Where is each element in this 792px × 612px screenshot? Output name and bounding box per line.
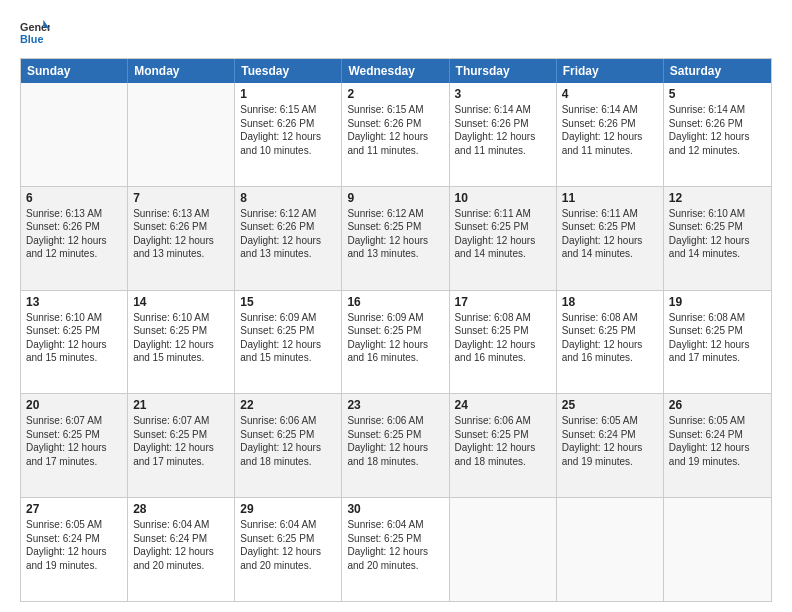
weekday-header: Sunday xyxy=(21,59,128,83)
calendar-day-cell: 4Sunrise: 6:14 AM Sunset: 6:26 PM Daylig… xyxy=(557,83,664,186)
day-info: Sunrise: 6:10 AM Sunset: 6:25 PM Dayligh… xyxy=(133,311,229,365)
day-number: 28 xyxy=(133,502,229,516)
day-number: 19 xyxy=(669,295,766,309)
day-info: Sunrise: 6:06 AM Sunset: 6:25 PM Dayligh… xyxy=(455,414,551,468)
day-number: 27 xyxy=(26,502,122,516)
day-number: 11 xyxy=(562,191,658,205)
day-number: 26 xyxy=(669,398,766,412)
day-info: Sunrise: 6:05 AM Sunset: 6:24 PM Dayligh… xyxy=(26,518,122,572)
day-info: Sunrise: 6:05 AM Sunset: 6:24 PM Dayligh… xyxy=(669,414,766,468)
day-number: 18 xyxy=(562,295,658,309)
day-info: Sunrise: 6:04 AM Sunset: 6:24 PM Dayligh… xyxy=(133,518,229,572)
weekday-header: Thursday xyxy=(450,59,557,83)
calendar-day-cell: 14Sunrise: 6:10 AM Sunset: 6:25 PM Dayli… xyxy=(128,291,235,394)
calendar-day-cell: 15Sunrise: 6:09 AM Sunset: 6:25 PM Dayli… xyxy=(235,291,342,394)
calendar-day-cell: 28Sunrise: 6:04 AM Sunset: 6:24 PM Dayli… xyxy=(128,498,235,601)
day-info: Sunrise: 6:09 AM Sunset: 6:25 PM Dayligh… xyxy=(240,311,336,365)
calendar-day-cell: 2Sunrise: 6:15 AM Sunset: 6:26 PM Daylig… xyxy=(342,83,449,186)
day-number: 1 xyxy=(240,87,336,101)
day-number: 22 xyxy=(240,398,336,412)
weekday-header: Friday xyxy=(557,59,664,83)
calendar-day-cell: 18Sunrise: 6:08 AM Sunset: 6:25 PM Dayli… xyxy=(557,291,664,394)
day-number: 9 xyxy=(347,191,443,205)
weekday-header: Saturday xyxy=(664,59,771,83)
day-number: 23 xyxy=(347,398,443,412)
day-info: Sunrise: 6:14 AM Sunset: 6:26 PM Dayligh… xyxy=(669,103,766,157)
calendar-day-cell: 22Sunrise: 6:06 AM Sunset: 6:25 PM Dayli… xyxy=(235,394,342,497)
day-number: 25 xyxy=(562,398,658,412)
calendar-day-cell: 6Sunrise: 6:13 AM Sunset: 6:26 PM Daylig… xyxy=(21,187,128,290)
day-number: 2 xyxy=(347,87,443,101)
calendar-day-cell: 24Sunrise: 6:06 AM Sunset: 6:25 PM Dayli… xyxy=(450,394,557,497)
day-number: 5 xyxy=(669,87,766,101)
calendar-day-cell: 27Sunrise: 6:05 AM Sunset: 6:24 PM Dayli… xyxy=(21,498,128,601)
day-info: Sunrise: 6:14 AM Sunset: 6:26 PM Dayligh… xyxy=(562,103,658,157)
day-number: 16 xyxy=(347,295,443,309)
empty-cell xyxy=(450,498,557,601)
day-info: Sunrise: 6:10 AM Sunset: 6:25 PM Dayligh… xyxy=(669,207,766,261)
empty-cell xyxy=(557,498,664,601)
day-info: Sunrise: 6:15 AM Sunset: 6:26 PM Dayligh… xyxy=(347,103,443,157)
calendar-row: 20Sunrise: 6:07 AM Sunset: 6:25 PM Dayli… xyxy=(21,393,771,497)
calendar-day-cell: 13Sunrise: 6:10 AM Sunset: 6:25 PM Dayli… xyxy=(21,291,128,394)
day-number: 6 xyxy=(26,191,122,205)
calendar-header: SundayMondayTuesdayWednesdayThursdayFrid… xyxy=(21,59,771,83)
day-info: Sunrise: 6:11 AM Sunset: 6:25 PM Dayligh… xyxy=(562,207,658,261)
calendar-day-cell: 5Sunrise: 6:14 AM Sunset: 6:26 PM Daylig… xyxy=(664,83,771,186)
day-number: 24 xyxy=(455,398,551,412)
day-info: Sunrise: 6:04 AM Sunset: 6:25 PM Dayligh… xyxy=(240,518,336,572)
day-number: 30 xyxy=(347,502,443,516)
calendar-day-cell: 30Sunrise: 6:04 AM Sunset: 6:25 PM Dayli… xyxy=(342,498,449,601)
calendar-day-cell: 21Sunrise: 6:07 AM Sunset: 6:25 PM Dayli… xyxy=(128,394,235,497)
calendar-day-cell: 26Sunrise: 6:05 AM Sunset: 6:24 PM Dayli… xyxy=(664,394,771,497)
day-info: Sunrise: 6:05 AM Sunset: 6:24 PM Dayligh… xyxy=(562,414,658,468)
calendar-row: 1Sunrise: 6:15 AM Sunset: 6:26 PM Daylig… xyxy=(21,83,771,186)
weekday-header: Tuesday xyxy=(235,59,342,83)
calendar-row: 6Sunrise: 6:13 AM Sunset: 6:26 PM Daylig… xyxy=(21,186,771,290)
empty-cell xyxy=(21,83,128,186)
day-number: 14 xyxy=(133,295,229,309)
day-info: Sunrise: 6:11 AM Sunset: 6:25 PM Dayligh… xyxy=(455,207,551,261)
day-info: Sunrise: 6:13 AM Sunset: 6:26 PM Dayligh… xyxy=(26,207,122,261)
day-info: Sunrise: 6:06 AM Sunset: 6:25 PM Dayligh… xyxy=(347,414,443,468)
day-info: Sunrise: 6:04 AM Sunset: 6:25 PM Dayligh… xyxy=(347,518,443,572)
calendar-day-cell: 16Sunrise: 6:09 AM Sunset: 6:25 PM Dayli… xyxy=(342,291,449,394)
calendar-day-cell: 29Sunrise: 6:04 AM Sunset: 6:25 PM Dayli… xyxy=(235,498,342,601)
day-info: Sunrise: 6:08 AM Sunset: 6:25 PM Dayligh… xyxy=(455,311,551,365)
day-number: 3 xyxy=(455,87,551,101)
calendar-day-cell: 9Sunrise: 6:12 AM Sunset: 6:25 PM Daylig… xyxy=(342,187,449,290)
calendar-day-cell: 11Sunrise: 6:11 AM Sunset: 6:25 PM Dayli… xyxy=(557,187,664,290)
calendar-day-cell: 3Sunrise: 6:14 AM Sunset: 6:26 PM Daylig… xyxy=(450,83,557,186)
day-info: Sunrise: 6:06 AM Sunset: 6:25 PM Dayligh… xyxy=(240,414,336,468)
weekday-header: Monday xyxy=(128,59,235,83)
calendar-row: 13Sunrise: 6:10 AM Sunset: 6:25 PM Dayli… xyxy=(21,290,771,394)
calendar-body: 1Sunrise: 6:15 AM Sunset: 6:26 PM Daylig… xyxy=(21,83,771,601)
calendar: SundayMondayTuesdayWednesdayThursdayFrid… xyxy=(20,58,772,602)
day-number: 15 xyxy=(240,295,336,309)
day-number: 13 xyxy=(26,295,122,309)
day-number: 20 xyxy=(26,398,122,412)
page-header: General Blue xyxy=(20,18,772,48)
day-number: 21 xyxy=(133,398,229,412)
day-number: 29 xyxy=(240,502,336,516)
calendar-row: 27Sunrise: 6:05 AM Sunset: 6:24 PM Dayli… xyxy=(21,497,771,601)
day-number: 17 xyxy=(455,295,551,309)
day-number: 7 xyxy=(133,191,229,205)
day-number: 10 xyxy=(455,191,551,205)
calendar-day-cell: 25Sunrise: 6:05 AM Sunset: 6:24 PM Dayli… xyxy=(557,394,664,497)
day-info: Sunrise: 6:08 AM Sunset: 6:25 PM Dayligh… xyxy=(562,311,658,365)
generalblue-logo-icon: General Blue xyxy=(20,18,50,48)
day-info: Sunrise: 6:12 AM Sunset: 6:26 PM Dayligh… xyxy=(240,207,336,261)
calendar-day-cell: 10Sunrise: 6:11 AM Sunset: 6:25 PM Dayli… xyxy=(450,187,557,290)
empty-cell xyxy=(664,498,771,601)
day-number: 4 xyxy=(562,87,658,101)
calendar-day-cell: 8Sunrise: 6:12 AM Sunset: 6:26 PM Daylig… xyxy=(235,187,342,290)
day-info: Sunrise: 6:07 AM Sunset: 6:25 PM Dayligh… xyxy=(133,414,229,468)
calendar-day-cell: 20Sunrise: 6:07 AM Sunset: 6:25 PM Dayli… xyxy=(21,394,128,497)
day-info: Sunrise: 6:10 AM Sunset: 6:25 PM Dayligh… xyxy=(26,311,122,365)
svg-text:Blue: Blue xyxy=(20,33,43,45)
day-info: Sunrise: 6:13 AM Sunset: 6:26 PM Dayligh… xyxy=(133,207,229,261)
day-number: 12 xyxy=(669,191,766,205)
calendar-day-cell: 23Sunrise: 6:06 AM Sunset: 6:25 PM Dayli… xyxy=(342,394,449,497)
day-info: Sunrise: 6:07 AM Sunset: 6:25 PM Dayligh… xyxy=(26,414,122,468)
